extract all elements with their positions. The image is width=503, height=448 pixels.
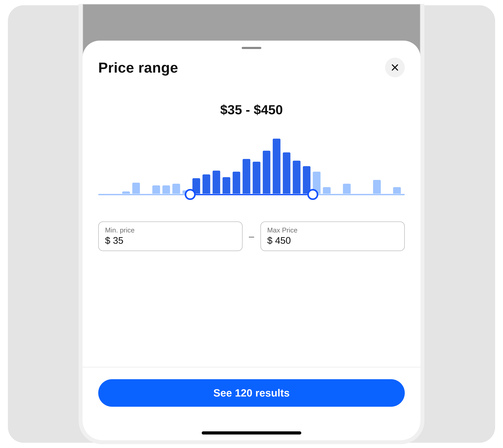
canvas: Price range $35 - $450 <box>0 0 503 448</box>
histogram-bar <box>132 183 140 194</box>
slider-track[interactable] <box>98 194 405 195</box>
max-price-input[interactable] <box>267 235 398 246</box>
histogram-bar <box>253 162 260 194</box>
price-histogram <box>98 138 405 203</box>
stage-card: Price range $35 - $450 <box>8 5 495 443</box>
slider-handle-max[interactable] <box>307 189 318 200</box>
max-price-label: Max Price <box>267 226 398 234</box>
histogram-bar <box>263 151 270 194</box>
sheet-title: Price range <box>98 59 178 76</box>
histogram-bar <box>373 180 381 194</box>
price-inputs-row: Min. price – Max Price <box>98 222 405 251</box>
price-range-sheet: Price range $35 - $450 <box>82 41 421 440</box>
histogram-bar <box>203 175 210 194</box>
histogram-bar <box>343 184 351 194</box>
histogram-bar <box>213 171 220 194</box>
histogram-bar <box>152 185 160 194</box>
selected-range-summary: $35 - $450 <box>82 102 421 117</box>
histogram-bar <box>283 152 291 194</box>
histogram-bar <box>243 159 250 194</box>
sheet-grabber[interactable] <box>242 47 261 49</box>
histogram-bar <box>172 184 180 194</box>
histogram-bar <box>293 161 300 194</box>
slider-track-fill <box>190 194 313 195</box>
input-separator: – <box>248 231 255 242</box>
histogram-bar <box>393 187 401 194</box>
see-results-button[interactable]: See 120 results <box>98 379 405 407</box>
max-price-field[interactable]: Max Price <box>260 222 405 251</box>
histogram-bar <box>162 185 170 194</box>
close-button[interactable] <box>385 58 405 77</box>
min-price-field[interactable]: Min. price <box>98 222 243 251</box>
close-icon <box>391 64 399 71</box>
home-indicator <box>202 431 301 434</box>
slider-handle-min[interactable] <box>185 189 196 200</box>
histogram-bar <box>273 139 281 194</box>
histogram-bar <box>323 187 331 194</box>
min-price-label: Min. price <box>105 226 236 234</box>
histogram-bar <box>222 177 230 194</box>
histogram-bar <box>303 166 311 194</box>
histogram-bar <box>233 172 240 194</box>
min-price-input[interactable] <box>105 235 236 246</box>
phone-frame: Price range $35 - $450 <box>79 4 424 444</box>
sheet-header: Price range <box>98 58 405 77</box>
sheet-footer: See 120 results <box>82 367 421 440</box>
histogram-bar <box>122 192 130 194</box>
histogram-bars <box>98 139 405 194</box>
